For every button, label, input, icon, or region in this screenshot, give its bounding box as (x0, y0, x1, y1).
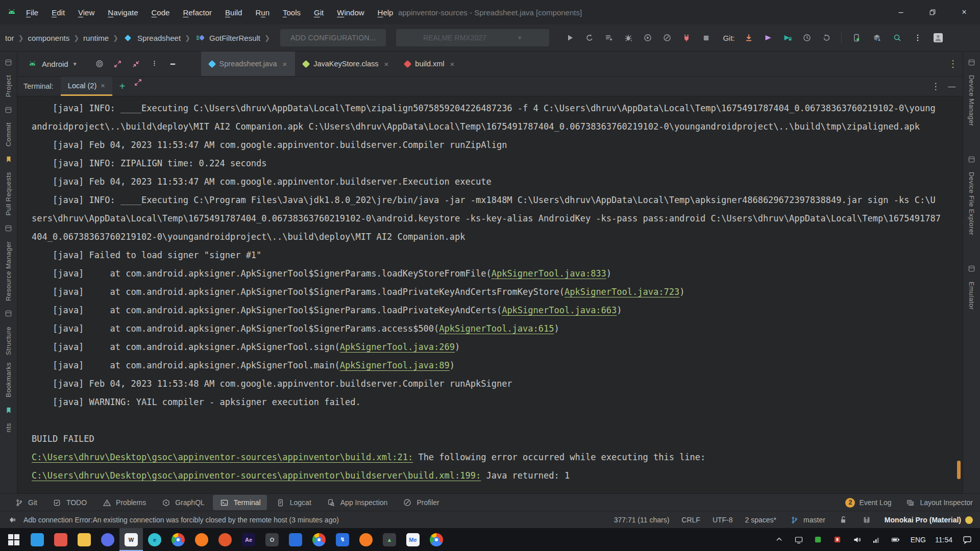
project-view-selector[interactable]: Android ▼ (17, 52, 85, 76)
tool-button-device-manager[interactable]: Device Manager (968, 75, 975, 126)
unlock-icon[interactable] (838, 514, 849, 525)
rerun-button[interactable] (581, 29, 598, 46)
tray-speaker[interactable] (851, 534, 863, 545)
tool-window-button-profiler[interactable]: Profiler (396, 495, 445, 510)
file-link[interactable]: ApkSignerTool.java:723 (565, 287, 679, 297)
apply-changes-button[interactable] (600, 29, 618, 46)
tool-button-structure[interactable]: Structure (5, 327, 12, 355)
tool-window-button-logcat[interactable]: Logcat (269, 495, 317, 510)
stop-button[interactable] (697, 29, 715, 46)
taskbar-plugin-app[interactable]: ↯ (331, 528, 354, 551)
tool-button-pull-requests[interactable]: Pull Requests (5, 172, 12, 215)
tool-button-bookmarks[interactable]: Bookmarks (5, 362, 12, 397)
close-icon[interactable]: × (101, 82, 105, 90)
expand-all-icon[interactable] (112, 58, 124, 69)
breadcrumb-item[interactable]: GotFilterResult (194, 32, 260, 43)
taskbar-blue-app[interactable] (284, 528, 307, 551)
taskbar-file-explorer[interactable] (72, 528, 96, 551)
more-options-icon[interactable]: ⋮ (947, 58, 959, 69)
close-button[interactable]: × (948, 0, 980, 24)
file-link[interactable]: ApkSignerTool.java:269 (340, 342, 455, 352)
breadcrumb-item[interactable]: Spreadsheet (122, 32, 181, 43)
indent-widget[interactable]: 2 spaces* (745, 516, 776, 524)
tool-window-button-app-inspection[interactable]: App Inspection (320, 495, 394, 510)
terminal-output[interactable]: [java] INFO: ____Executing C:\Users\dhru… (17, 96, 963, 493)
status-message[interactable]: Adb connection Error:An existing connect… (23, 516, 339, 524)
taskbar-edge[interactable]: e (143, 528, 166, 551)
tool-square-icon[interactable] (3, 308, 14, 319)
file-link[interactable]: ApkSignerTool.java:663 (502, 305, 617, 315)
tool-window-button-graphql[interactable]: GraphQL (154, 495, 211, 510)
taskbar-chrome-3[interactable] (425, 528, 448, 551)
sdk-manager-button[interactable] (868, 29, 886, 46)
restore-button[interactable] (917, 0, 948, 24)
menu-help[interactable]: Help (371, 5, 400, 20)
profiler-button[interactable] (658, 29, 676, 46)
tool-window-button-problems[interactable]: Problems (95, 495, 152, 510)
editor-tab-spreadsheet-java[interactable]: Spreadsheet.java× (201, 52, 296, 76)
breadcrumb-item[interactable]: components (28, 34, 69, 42)
menu-build[interactable]: Build (218, 5, 249, 20)
device-selector-dropdown[interactable]: REALME RMX2027 ▼ (396, 29, 549, 46)
run-button[interactable] (561, 29, 579, 46)
tool-window-button-todo[interactable]: TODO (45, 495, 93, 510)
update-project-button[interactable] (740, 29, 757, 46)
taskbar-adobe-app[interactable] (49, 528, 72, 551)
terminal-scrollbar-thumb[interactable] (957, 461, 961, 479)
tray-cast[interactable] (793, 534, 804, 545)
menu-refactor[interactable]: Refactor (176, 5, 218, 20)
push-protected-button[interactable] (779, 29, 796, 46)
history-button[interactable] (798, 29, 816, 46)
add-configuration-button[interactable]: ADD CONFIGURATION... (280, 29, 386, 46)
notification-chat-icon[interactable] (962, 534, 973, 545)
ide-status-icon[interactable] (7, 514, 18, 525)
event-log-button[interactable]: 2 Event Log (845, 498, 891, 508)
taskbar-memu[interactable]: Me (401, 528, 425, 551)
taskbar-photos[interactable]: ▲ (378, 528, 401, 551)
git-branch-widget[interactable]: master (789, 514, 825, 525)
memory-indicator-icon[interactable] (861, 514, 872, 525)
tool-button-emulator[interactable]: Emulator (968, 282, 975, 310)
push-button[interactable] (760, 29, 777, 46)
minimize-button[interactable]: – (885, 0, 917, 24)
menu-code[interactable]: Code (145, 5, 177, 20)
editor-tab-javakeystore-class[interactable]: JavaKeyStore.class× (295, 52, 397, 76)
layout-inspector-button[interactable]: Layout Inspector (904, 497, 973, 508)
taskbar-discord[interactable] (96, 528, 119, 551)
expand-terminal-icon[interactable] (132, 77, 143, 88)
tool-button-project[interactable]: Project (5, 75, 12, 97)
breadcrumb-item[interactable]: runtime (83, 34, 109, 42)
tool-button-commit[interactable]: Commit (5, 122, 12, 146)
hide-panel-icon[interactable]: — (948, 82, 956, 90)
editor-tab-build-xml[interactable]: build.xml× (397, 52, 462, 76)
taskbar-chrome-2[interactable] (307, 528, 331, 551)
language-indicator[interactable]: ENG (911, 536, 926, 544)
collapse-all-icon[interactable] (131, 58, 142, 69)
taskbar-brave[interactable] (213, 528, 237, 551)
file-link[interactable]: C:\Users\dhruv\Desktop\gsoc\appinventor-… (32, 452, 413, 462)
tool-square-icon[interactable] (966, 263, 977, 274)
tool-square-icon[interactable] (3, 57, 14, 68)
tool-window-button-terminal[interactable]: Terminal (213, 495, 267, 510)
tray-record-tile[interactable] (832, 534, 843, 545)
tool-square-icon[interactable] (966, 57, 977, 68)
search-everywhere-button[interactable] (889, 29, 906, 46)
tray-network[interactable] (871, 534, 882, 545)
file-link[interactable]: ApkSignerTool.java:833 (492, 268, 606, 279)
close-icon[interactable]: × (450, 60, 455, 68)
tool-button-device-file-explorer[interactable]: Device File Explorer (968, 172, 975, 235)
taskbar-active-app[interactable]: W (119, 528, 143, 551)
tool-square-icon[interactable] (3, 104, 14, 115)
menu-tools[interactable]: Tools (276, 5, 307, 20)
file-link[interactable]: C:\Users\dhruv\Desktop\gsoc\appinventor-… (32, 470, 481, 481)
more-options-icon[interactable]: ⋮ (932, 81, 940, 92)
bookmark-gold-icon[interactable] (3, 154, 14, 165)
tray-battery[interactable] (890, 534, 901, 545)
locate-icon[interactable] (94, 58, 105, 69)
menu-file[interactable]: File (19, 5, 45, 20)
menu-edit[interactable]: Edit (45, 5, 71, 20)
encoding-widget[interactable]: UTF-8 (713, 516, 733, 524)
close-icon[interactable]: × (384, 60, 389, 68)
tray-chevron-up[interactable] (774, 534, 785, 545)
more-options-button[interactable] (909, 29, 926, 46)
